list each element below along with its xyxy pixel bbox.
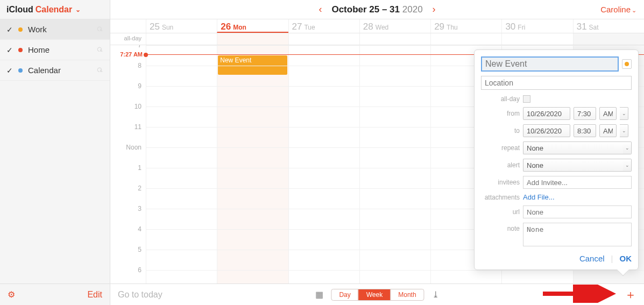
app-name: Calendar [36, 5, 72, 15]
calendar-name: Home [28, 45, 91, 54]
time-gutter: 7891011Noon1234567:27 AM [110, 45, 146, 283]
day-column[interactable] [146, 45, 217, 283]
hour-label: 4 [138, 225, 141, 233]
allday-checkbox[interactable] [523, 95, 530, 103]
note-input[interactable] [523, 223, 632, 246]
allday-cell[interactable] [288, 33, 359, 45]
check-icon: ✓ [6, 46, 13, 54]
go-to-today-button[interactable]: Go to today [118, 290, 162, 300]
sidebar: iCloud Calendar ⌄ ✓ Work ⟳✓ Home ⟳✓ Cale… [0, 0, 110, 305]
sidebar-item-home[interactable]: ✓ Home ⟳ [0, 40, 110, 60]
edit-button[interactable]: Edit [87, 290, 102, 300]
hour-label: 7 [138, 45, 141, 49]
event-block[interactable]: New Event [218, 55, 287, 75]
topbar: ‹ October 25 – 31 2020 › Caroline⌄ [110, 0, 644, 19]
hour-label: 5 [138, 246, 141, 253]
alert-label: alert [481, 161, 520, 169]
gear-icon[interactable]: ⚙ [8, 289, 15, 300]
day-column[interactable] [359, 45, 430, 283]
color-dot-icon [18, 68, 23, 73]
allday-cell[interactable] [217, 33, 288, 45]
day-header-sun[interactable]: 25Sun [146, 19, 217, 33]
event-title-input[interactable] [481, 56, 619, 72]
allday-row: all-day [110, 33, 644, 45]
to-time-input[interactable] [574, 124, 596, 137]
allday-cell[interactable] [359, 33, 430, 45]
repeat-dropdown[interactable]: ⌄ [623, 141, 632, 154]
gutter [110, 19, 146, 33]
alert-dropdown[interactable]: ⌄ [623, 159, 632, 172]
app-switcher[interactable]: iCloud Calendar ⌄ [0, 0, 110, 19]
color-dot-icon [18, 27, 23, 32]
calendar-name: Work [28, 25, 91, 34]
annotation-arrow [543, 285, 624, 303]
cancel-button[interactable]: Cancel [579, 254, 605, 263]
view-controls: ▦ DayWeekMonth ⤓ [315, 289, 438, 301]
check-icon: ✓ [6, 25, 13, 34]
allday-cell[interactable] [430, 33, 501, 45]
to-ampm-input[interactable] [599, 124, 617, 137]
hour-label: 3 [138, 205, 141, 212]
check-icon: ✓ [6, 66, 13, 75]
view-month[interactable]: Month [390, 289, 423, 300]
attachments-label: attachments [481, 194, 520, 201]
allday-cell[interactable] [146, 33, 217, 45]
user-menu[interactable]: Caroline⌄ [600, 5, 636, 14]
calendar-color-picker[interactable] [622, 59, 632, 69]
share-icon[interactable]: ⟳ [95, 65, 105, 76]
day-header-mon[interactable]: 26Mon [217, 19, 288, 33]
invitees-input[interactable] [523, 176, 632, 189]
to-ampm-dropdown[interactable]: ⌄ [620, 124, 628, 137]
chevron-down-icon: ⌄ [632, 7, 636, 13]
hour-label: 1 [138, 164, 141, 172]
now-time-label: 7:27 AM [120, 51, 143, 58]
share-icon[interactable]: ⟳ [95, 24, 105, 35]
to-date-input[interactable] [523, 124, 570, 137]
allday-label: all-day [481, 95, 520, 103]
day-header-thu[interactable]: 29Thu [430, 19, 501, 33]
view-week[interactable]: Week [358, 289, 390, 300]
from-date-input[interactable] [523, 107, 570, 120]
alert-select[interactable] [523, 159, 623, 172]
from-label: from [481, 110, 520, 117]
sidebar-item-work[interactable]: ✓ Work ⟳ [0, 19, 110, 40]
day-header-sat[interactable]: 31Sat [573, 19, 644, 33]
day-header-row: 25Sun26Mon27Tue28Wed29Thu30Fri31Sat [110, 19, 644, 33]
url-label: url [481, 208, 520, 216]
color-dot-icon [625, 62, 629, 66]
share-icon[interactable]: ⟳ [95, 45, 105, 55]
from-time-input[interactable] [574, 107, 596, 120]
add-event-button[interactable]: ＋ [625, 287, 636, 303]
repeat-select[interactable] [523, 141, 623, 154]
date-range: October 25 – 31 2020 [331, 4, 422, 15]
from-ampm-input[interactable] [599, 107, 617, 120]
day-header-wed[interactable]: 28Wed [359, 19, 430, 33]
day-column[interactable]: New Event [217, 45, 288, 283]
chevron-down-icon: ⌄ [75, 6, 81, 13]
view-day[interactable]: Day [331, 289, 358, 300]
url-input[interactable] [523, 205, 632, 218]
add-file-button[interactable]: Add File... [523, 193, 555, 201]
hour-label: 2 [138, 185, 141, 192]
day-header-tue[interactable]: 27Tue [288, 19, 359, 33]
brand-label: iCloud [6, 5, 33, 15]
color-dot-icon [18, 48, 23, 52]
view-segment: DayWeekMonth [331, 289, 424, 301]
download-icon[interactable]: ⤓ [432, 289, 439, 300]
from-ampm-dropdown[interactable]: ⌄ [620, 107, 628, 120]
location-input[interactable] [481, 76, 632, 90]
allday-label: all-day [110, 33, 146, 45]
sidebar-item-calendar[interactable]: ✓ Calendar ⟳ [0, 60, 110, 81]
hour-label: 9 [138, 82, 141, 90]
mini-calendar-icon[interactable]: ▦ [315, 289, 323, 300]
day-column[interactable] [288, 45, 359, 283]
next-week-button[interactable]: › [423, 4, 445, 15]
sidebar-footer: ⚙ Edit [0, 283, 110, 305]
allday-cell[interactable] [573, 33, 644, 45]
day-header-fri[interactable]: 30Fri [501, 19, 572, 33]
hour-label: 8 [138, 62, 141, 69]
hour-label: 6 [138, 266, 141, 274]
prev-week-button[interactable]: ‹ [309, 4, 331, 15]
ok-button[interactable]: OK [620, 254, 632, 263]
allday-cell[interactable] [501, 33, 572, 45]
